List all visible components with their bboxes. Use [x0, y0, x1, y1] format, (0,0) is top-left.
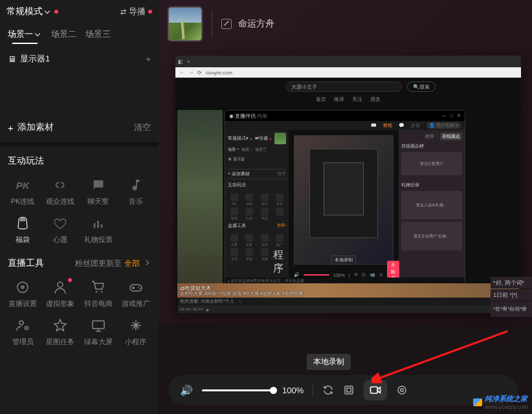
- bag-icon: [14, 214, 32, 232]
- watermark-icon: [473, 398, 482, 406]
- svg-rect-13: [93, 321, 104, 329]
- record-tooltip: 本地录制: [307, 354, 351, 370]
- watermark: 纯净系统之家 www.ycwjzy.com: [473, 394, 528, 410]
- music-icon: [127, 176, 145, 194]
- star-task-button[interactable]: 星图任务: [41, 316, 79, 347]
- miniprogram-button[interactable]: 小程序: [117, 316, 155, 347]
- right-info-panel: *好, 两个词* 1日前 *|*| *在*有*自动*录: [491, 277, 532, 318]
- tools-more-link[interactable]: 粉丝团更新至全部: [75, 258, 151, 269]
- link-icon: [51, 176, 69, 194]
- wish-icon: [51, 214, 69, 232]
- svg-point-10: [139, 288, 140, 289]
- browser-tab-strip: ◧+: [175, 56, 521, 67]
- pk-icon: PK: [14, 176, 32, 194]
- screenshot-button[interactable]: [343, 384, 355, 396]
- bottom-control-bar: 🔊 100%: [168, 375, 518, 405]
- browser-capture: ◧+ ←→⟳ douyin.com 大源小王子 🔍 搜索 首页推荐关注朋友 ◉ …: [175, 56, 521, 313]
- svg-point-6: [95, 291, 97, 293]
- lucky-bag-button[interactable]: 福袋: [4, 214, 41, 245]
- screen-icon: [89, 316, 107, 334]
- target-icon: [14, 278, 32, 296]
- svg-point-11: [19, 321, 23, 325]
- svg-point-9: [138, 287, 139, 288]
- sparkle-icon: [127, 316, 145, 334]
- browser-address-bar: ←→⟳ douyin.com: [175, 67, 521, 78]
- refresh-button[interactable]: [322, 384, 334, 396]
- svg-point-4: [21, 285, 25, 289]
- svg-rect-16: [371, 387, 378, 393]
- chart-bar-icon: [89, 214, 107, 232]
- game-promo-button[interactable]: 游戏推广: [117, 278, 155, 309]
- avatar-button[interactable]: 虚拟形象: [41, 278, 79, 309]
- mode-label: 常规模式: [6, 6, 43, 17]
- scene-tab-2[interactable]: 场景二: [47, 26, 80, 43]
- search-input: 大源小王子: [285, 82, 402, 92]
- chatroom-button[interactable]: 聊天室: [80, 176, 117, 206]
- cover-thumbnail[interactable]: [168, 6, 203, 41]
- source-item-monitor[interactable]: 🖥 显示器1 +: [0, 47, 159, 71]
- svg-line-19: [377, 331, 507, 379]
- sidebar-video-thumb: [177, 110, 223, 304]
- chevron-down-icon: [45, 8, 50, 14]
- volume-icon[interactable]: 🔊: [180, 384, 193, 397]
- director-button[interactable]: ⇄ 导播: [120, 6, 152, 17]
- admin-icon: [14, 316, 32, 334]
- ecommerce-button[interactable]: 抖音电商: [80, 278, 117, 309]
- svg-point-5: [58, 282, 63, 287]
- svg-rect-8: [130, 285, 142, 291]
- notification-dot: [68, 278, 72, 282]
- wish-button[interactable]: 心愿: [41, 214, 79, 245]
- music-button[interactable]: 音乐: [117, 176, 155, 206]
- svg-point-7: [100, 291, 102, 293]
- swap-icon: ⇄: [120, 8, 126, 16]
- notification-dot: [148, 10, 152, 14]
- interactive-section-header: 互动玩法: [0, 149, 159, 173]
- preview-area: 命运方舟 ◧+ ←→⟳ douyin.com 大源小王子 🔍 搜索 首页推荐关注…: [159, 0, 532, 323]
- notification-dot: [54, 10, 58, 14]
- add-source-button[interactable]: 添加素材: [17, 122, 54, 133]
- chevron-down-icon: [35, 31, 40, 36]
- divider: [212, 11, 212, 37]
- nested-app-window: ◉ 直播伴侣 内测 —□✕ 📖教程 💬反馈 👤 用户名称 ▾ 常规模式▾•⇄导播…: [225, 110, 465, 285]
- chat-icon: [89, 176, 107, 194]
- scene-tab-1[interactable]: 场景一: [4, 26, 46, 43]
- avatar-icon: [51, 278, 69, 296]
- live-settings-button[interactable]: 直播设置: [4, 278, 41, 309]
- svg-rect-1: [97, 221, 99, 228]
- admin-button[interactable]: 管理员: [4, 316, 41, 347]
- tools-section-header: 直播工具 粉丝团更新至全部: [0, 251, 159, 276]
- plus-icon: +: [8, 122, 14, 133]
- cart-icon: [89, 278, 107, 296]
- settings-button[interactable]: [396, 384, 408, 396]
- gamepad-icon: [127, 278, 145, 296]
- monitor-label: 显示器1: [20, 53, 50, 65]
- edit-icon[interactable]: [221, 19, 232, 29]
- greenscreen-button[interactable]: 绿幕大屏: [80, 316, 117, 347]
- monitor-icon: 🖥: [8, 54, 16, 64]
- svg-rect-0: [93, 223, 95, 228]
- svg-point-18: [401, 389, 404, 392]
- record-button[interactable]: [364, 380, 387, 400]
- clear-button[interactable]: 清空: [134, 122, 151, 133]
- scene-tabs: 场景一 场景二 场景三: [0, 23, 159, 47]
- star-icon: [51, 316, 69, 334]
- swap-label: 导播: [129, 6, 146, 17]
- game-category[interactable]: 命运方舟: [238, 18, 274, 30]
- svg-rect-2: [100, 224, 102, 228]
- gift-vote-button[interactable]: 礼物投票: [80, 214, 117, 245]
- pk-link-button[interactable]: PKPK连线: [4, 176, 41, 206]
- svg-point-17: [398, 386, 406, 394]
- volume-percent: 100%: [282, 386, 304, 395]
- monitor-add-button[interactable]: +: [146, 54, 151, 64]
- search-button: 🔍 搜索: [407, 82, 436, 92]
- nav-links: 首页推荐关注朋友: [316, 96, 381, 103]
- svg-rect-14: [345, 386, 353, 394]
- scene-tab-3[interactable]: 场景三: [82, 26, 115, 43]
- volume-slider[interactable]: [202, 389, 273, 391]
- chevron-right-icon: [144, 259, 149, 265]
- audience-link-button[interactable]: 观众连线: [41, 176, 79, 206]
- divider: [313, 383, 313, 397]
- svg-rect-15: [347, 388, 351, 392]
- mode-selector[interactable]: 常规模式: [6, 6, 58, 17]
